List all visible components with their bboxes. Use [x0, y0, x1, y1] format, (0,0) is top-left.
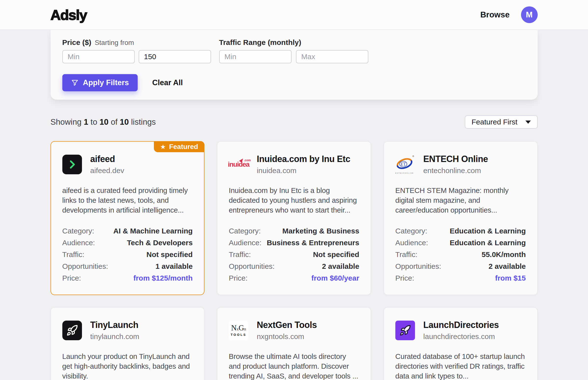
detail-row: Opportunities:2 available	[395, 262, 526, 270]
featured-badge-label: Featured	[169, 143, 198, 151]
star-icon: ★	[160, 144, 166, 150]
listing-title: Inuidea.com by Inu Etc	[257, 154, 350, 164]
detail-label: Audience:	[395, 239, 428, 247]
listing-description: aifeed is a curated feed providing timel…	[62, 186, 193, 215]
price-starting-input[interactable]	[139, 50, 211, 63]
results-summary: Showing 1 to 10 of 10 listings	[51, 117, 156, 127]
detail-row: Opportunities:2 available	[229, 262, 359, 270]
main-content: Price ($) Starting from Traffic Range (m…	[51, 30, 538, 380]
detail-label: Opportunities:	[229, 262, 275, 270]
price-min-input[interactable]	[62, 50, 135, 63]
detail-row: Price:from $60/year	[229, 274, 359, 282]
detail-value: Business & Entrepreneurs	[267, 239, 359, 247]
nav-browse-link[interactable]: Browse	[480, 10, 510, 19]
detail-value: 55.0K/month	[481, 250, 526, 259]
listing-details: Category:AI & Machine LearningAudience:T…	[62, 227, 193, 282]
rocket-icon	[62, 321, 82, 340]
listing-details: Category:Marketing & BusinessAudience:Bu…	[229, 227, 359, 282]
inuidea-wordmark-logo: inuidea.com	[228, 161, 249, 168]
sort-dropdown[interactable]: Featured First	[465, 115, 538, 129]
detail-value: 2 available	[322, 262, 359, 270]
pencil-icon: inuidea.com	[229, 155, 248, 174]
listing-description: Browse the ultimate AI tools directory a…	[229, 352, 359, 380]
listing-description: Inuidea.com by Inu Etc is a blog dedicat…	[229, 186, 359, 215]
listing-card[interactable]: TinyLaunch tinylaunch.com Launch your pr…	[51, 307, 205, 380]
summary-to: 10	[100, 117, 109, 126]
listing-title: aifeed	[90, 154, 124, 164]
traffic-max-input[interactable]	[296, 50, 368, 63]
clear-all-button[interactable]: Clear All	[152, 78, 183, 87]
detail-row: Price:from $125/month	[62, 274, 193, 282]
app-logo[interactable]: Adsly	[51, 7, 87, 23]
listing-domain: aifeed.dev	[90, 166, 124, 175]
detail-value: Education & Learning	[450, 239, 526, 247]
listing-domain: launchdirectories.com	[423, 332, 499, 341]
avatar-initial: M	[526, 10, 533, 19]
listing-card[interactable]: ET®ENTECHONLINE ENTECH Online entechonli…	[384, 141, 538, 295]
detail-row: Category:Marketing & Business	[229, 227, 359, 235]
detail-row: Category:Education & Learning	[395, 227, 526, 235]
detail-label: Category:	[62, 227, 94, 235]
rocket-icon	[66, 324, 78, 336]
traffic-filter-label: Traffic Range (monthly)	[219, 38, 301, 47]
detail-price-value: from $60/year	[312, 274, 359, 282]
detail-row: Traffic:55.0K/month	[395, 250, 526, 259]
listing-domain: tinylaunch.com	[90, 332, 139, 341]
rocket-icon	[395, 321, 415, 340]
detail-label: Opportunities:	[62, 262, 108, 270]
detail-label: Audience:	[62, 239, 95, 247]
detail-value: Tech & Developers	[127, 239, 193, 247]
detail-row: Audience:Tech & Developers	[62, 239, 193, 247]
listing-description: Curated database of 100+ startup launch …	[395, 352, 526, 380]
chevron-right-icon	[62, 155, 82, 174]
entech-swoosh-logo: ET®ENTECHONLINE	[395, 154, 415, 175]
featured-badge: ★ Featured	[154, 141, 205, 152]
traffic-filter-group: Traffic Range (monthly)	[219, 38, 368, 63]
apply-filters-button[interactable]: Apply Filters	[62, 74, 138, 91]
filter-funnel-icon	[71, 79, 78, 86]
detail-row: Audience:Education & Learning	[395, 239, 526, 247]
listing-card[interactable]: NxGnTOOLS NextGen Tools nxgntools.com Br…	[217, 307, 371, 380]
listing-domain: inuidea.com	[257, 166, 350, 175]
detail-row: Category:AI & Machine Learning	[62, 227, 193, 235]
listing-card[interactable]: ★ Featured aifeed aifeed.dev aifeed is a…	[51, 141, 205, 295]
detail-label: Category:	[395, 227, 427, 235]
detail-row: Price:from $15	[395, 274, 526, 282]
swoosh-ellipse-icon: ET®ENTECHONLINE	[395, 155, 415, 174]
detail-label: Price:	[229, 274, 248, 282]
detail-label: Price:	[62, 274, 81, 282]
detail-label: Category:	[229, 227, 261, 235]
detail-value: 1 available	[155, 262, 193, 270]
svg-text:ET: ET	[401, 162, 406, 167]
detail-row: Opportunities:1 available	[62, 262, 193, 270]
svg-text:ENTECHONLINE: ENTECHONLINE	[395, 172, 414, 174]
detail-value: 2 available	[489, 262, 526, 270]
detail-value: Not specified	[147, 250, 193, 259]
price-filter-label: Price ($)	[62, 38, 91, 47]
price-filter-group: Price ($) Starting from	[62, 38, 211, 63]
listing-card[interactable]: LaunchDirectories launchdirectories.com …	[384, 307, 538, 380]
detail-price-value: from $15	[495, 274, 526, 282]
detail-value: Not specified	[313, 250, 359, 259]
user-avatar[interactable]: M	[521, 6, 538, 23]
listing-title: LaunchDirectories	[423, 320, 499, 330]
listing-card[interactable]: inuidea.com Inuidea.com by Inu Etc inuid…	[217, 141, 371, 295]
detail-value: AI & Machine Learning	[113, 227, 193, 235]
detail-label: Opportunities:	[395, 262, 441, 270]
nxgn-wordmark-logo: NxGnTOOLS	[229, 321, 248, 340]
rocket-icon	[399, 324, 411, 336]
price-filter-sublabel: Starting from	[95, 39, 134, 47]
traffic-min-input[interactable]	[219, 50, 292, 63]
detail-label: Audience:	[229, 239, 261, 247]
detail-price-value: from $125/month	[133, 274, 193, 282]
app-header: Adsly Browse M	[0, 0, 588, 30]
listing-title: TinyLaunch	[90, 320, 139, 330]
listings-grid: ★ Featured aifeed aifeed.dev aifeed is a…	[51, 141, 538, 380]
summary-total: 10	[120, 117, 129, 126]
detail-value: Marketing & Business	[282, 227, 359, 235]
listing-description: Launch your product on TinyLaunch and ge…	[62, 352, 193, 380]
listing-details: Category:Education & LearningAudience:Ed…	[395, 227, 526, 282]
detail-row: Audience:Business & Entrepreneurs	[229, 239, 359, 247]
detail-label: Traffic:	[395, 250, 417, 259]
detail-row: Traffic:Not specified	[229, 250, 359, 259]
